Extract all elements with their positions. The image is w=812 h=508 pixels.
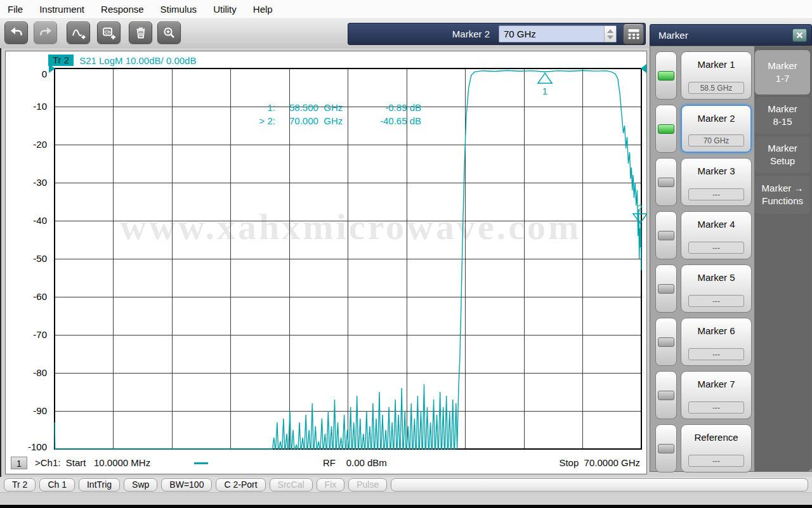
redo-button[interactable] [34,22,57,44]
marker-toggle-button[interactable] [655,424,677,472]
status-inttrig[interactable]: IntTrig [79,478,120,492]
svg-text:-70: -70 [33,329,47,340]
marker-value: --- [688,242,744,254]
status-pulse[interactable]: Pulse [348,478,387,492]
status-fix[interactable]: Fix [317,478,345,492]
marker-led-indicator [658,124,674,134]
svg-text:-60: -60 [33,291,47,302]
menu-help[interactable]: Help [253,4,273,15]
marker-button[interactable]: Marker 7 --- [681,371,752,419]
marker-value: --- [688,295,744,307]
menu-response[interactable]: Response [101,4,144,15]
marker-toggle-button[interactable] [655,51,677,100]
svg-text:0: 0 [42,68,47,79]
marker-label: Reference [681,432,751,443]
marker-value: --- [688,455,744,467]
marker-led-indicator [658,391,674,400]
tab-marker-setup[interactable]: Marker Setup [755,136,810,173]
delete-icon [133,25,148,41]
svg-text:-30: -30 [33,177,47,188]
marker-1-symbol: 1 [538,73,552,96]
marker-row-reference: Reference --- [655,424,752,472]
status-bw-100[interactable]: BW=100 [161,478,212,492]
numeric-keypad-button[interactable] [623,23,644,44]
undo-button[interactable] [4,22,28,44]
frequency-spinner[interactable] [604,26,616,42]
spinner-down-icon[interactable] [607,36,613,39]
svg-text:-100: -100 [28,441,47,452]
marker-button[interactable]: Marker 5 --- [681,264,752,313]
marker-toggle-button[interactable] [655,264,677,313]
svg-text:-90: -90 [33,405,47,416]
marker-button[interactable]: Marker 2 70 GHz [681,105,752,153]
status-empty[interactable] [391,478,808,492]
marker-toggle-button[interactable] [655,105,677,153]
readout-value: -0.89 dB [341,102,421,113]
marker-led-indicator [658,231,674,240]
marker-toggle-button[interactable] [655,318,677,366]
marker-toggle-button[interactable] [655,371,677,419]
marker-button[interactable]: Marker 6 --- [681,318,752,366]
marker-button[interactable]: Marker 1 58.5 GHz [681,51,752,100]
marker-row-marker-1: Marker 1 58.5 GHz [655,51,752,100]
status-tr-2[interactable]: Tr 2 [4,478,36,492]
status-srccal[interactable]: SrcCal [270,478,313,492]
add-trace-icon [71,25,86,41]
menu-utility[interactable]: Utility [213,4,237,15]
sweep-stop-text: Stop 70.0000 GHz [559,457,640,468]
menu-stimulus[interactable]: Stimulus [160,4,197,15]
tab-label-line: Functions [755,195,810,207]
window-left-border [0,48,1,505]
marker-row-marker-4: Marker 4 --- [655,211,752,259]
marker-value: --- [688,188,744,200]
delete-button[interactable] [129,22,152,44]
marker-led-indicator [658,71,674,81]
marker-tabs-column: Marker 1-7 Marker 8-15 Marker Setup Mark… [754,46,811,471]
add-channel-icon: Ch [102,25,117,41]
marker-toggle-button[interactable] [655,211,677,259]
marker-button[interactable]: Marker 4 --- [681,211,752,259]
marker-label: Marker 3 [681,166,751,176]
chart-footer: 1 >Ch1: Start 10.0000 MHz RF 0.00 dBm St… [6,456,646,474]
readout-value: -40.65 dB [341,115,421,126]
marker-led-indicator [658,284,674,294]
svg-text:-80: -80 [33,367,47,378]
rf-power-text: RF 0.00 dBm [323,457,387,468]
tab-marker-1-7[interactable]: Marker 1-7 [755,50,810,94]
tab-label-line: 8-15 [755,115,810,128]
spinner-up-icon[interactable] [607,29,613,33]
marker-frequency-input[interactable]: 70 GHz [499,25,617,42]
svg-text:-50: -50 [33,253,47,264]
marker-toggle-button[interactable] [655,158,677,206]
marker-panel-title-bar: Marker [650,24,812,46]
close-icon [796,31,804,39]
tab-marker-8-15[interactable]: Marker 8-15 [755,97,810,134]
marker-value: --- [688,348,744,360]
tab-label-line: Marker [755,103,810,115]
status-swp[interactable]: Swp [124,478,157,492]
zoom-button[interactable] [157,22,181,44]
marker-entry-label: Marker 2 [452,29,490,39]
add-channel-button[interactable]: Ch [97,22,121,44]
chart-panel: www.xahxmicrowave.com Tr 2 S21 LogM 10.0… [5,51,647,474]
marker-button[interactable]: Reference --- [681,424,752,472]
marker-led-indicator [658,444,674,453]
svg-text:-40: -40 [33,215,47,226]
marker-row-marker-5: Marker 5 --- [655,264,752,313]
menu-file[interactable]: File [8,4,23,15]
channel-badge[interactable]: 1 [11,457,27,469]
sweep-start-text: >Ch1: Start 10.0000 MHz [35,457,150,468]
marker-row-marker-3: Marker 3 --- [655,158,752,206]
readout-marker-id: 1: [215,102,275,113]
marker-value: 70 GHz [688,134,744,147]
marker-row-marker-2: Marker 2 70 GHz [655,105,752,153]
menu-instrument[interactable]: Instrument [39,4,84,15]
marker-button[interactable]: Marker 3 --- [681,158,752,206]
tab-label-line: Marker → [755,182,810,195]
status-ch-1[interactable]: Ch 1 [39,478,75,492]
panel-close-button[interactable] [792,29,807,42]
marker-label: Marker 1 [681,59,751,70]
add-trace-button[interactable] [67,22,90,44]
tab-marker-functions[interactable]: Marker → Functions [755,176,810,214]
status-c-2-port[interactable]: C 2-Port [216,478,265,492]
